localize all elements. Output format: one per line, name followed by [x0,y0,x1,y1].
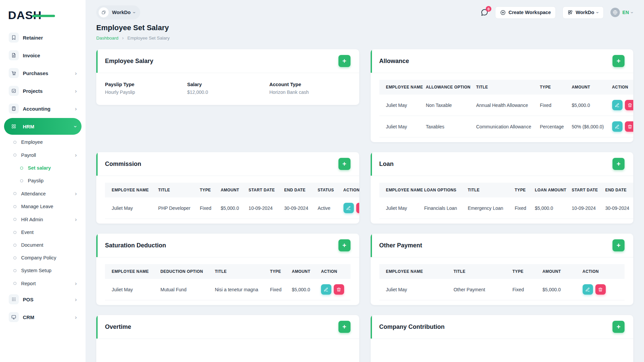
sidebar-item-report[interactable]: Report › [4,277,82,290]
chevron-right-icon: › [75,88,77,94]
sidebar-item-system-setup[interactable]: System Setup [4,264,82,277]
salary-fields: Payslip Type Hourly Payslip Salary $12,0… [96,73,359,105]
edit-button[interactable] [612,100,623,110]
bullet-icon [13,231,16,234]
delete-button[interactable] [356,203,359,213]
cell-end-date: 30-09-2024 [601,197,634,219]
commission-table: Employee Name Title Type Amount Start Da… [105,183,359,219]
page-title: Employee Set Salary [96,23,633,32]
edit-button[interactable] [321,284,331,295]
sidebar-item-label: Document [21,242,43,248]
column-header: End Date [279,183,313,197]
edit-button[interactable] [583,284,593,295]
table-header-row: Employee Name Deduction Option Title Typ… [105,264,351,279]
add-saturation-deduction-button[interactable]: + [338,239,351,251]
commission-card: Commission + Employee Name Title Type Am… [96,152,359,224]
card-title: Other Payment [379,242,422,249]
bullet-icon [13,192,16,195]
add-commission-button[interactable]: + [338,158,351,170]
sidebar-item-payroll[interactable]: Payroll › [4,148,82,162]
create-workspace-button[interactable]: Create Workspace [495,6,556,19]
table-row: Juliet May PHP Developer Fixed $5,000.0 … [105,197,359,219]
sidebar-item-event[interactable]: Event [4,226,82,239]
sidebar-item-label: Report [21,281,36,286]
column-header: Title [154,183,195,197]
column-header: Action [339,183,359,197]
workspace-selector[interactable]: WorkDo › [96,5,140,19]
card-header: Overtime + [96,315,359,339]
column-header: Employee Name [105,183,154,197]
sidebar-item-pos[interactable]: POS › [4,291,82,308]
chevron-down-icon: › [132,12,138,13]
add-loan-button[interactable]: + [612,158,625,170]
cell-type: Fixed [510,197,530,219]
delete-button[interactable] [625,121,634,132]
sidebar-item-company-policy[interactable]: Company Policy [4,251,82,264]
field-label: Account Type [269,82,351,87]
sidebar-item-crm[interactable]: CRM › [4,309,82,325]
column-header: Employee Name [379,80,421,95]
cell-start-date: 10-09-2024 [567,197,601,219]
sidebar-item-projects[interactable]: Projects › [4,82,82,99]
cell-type: Fixed [508,279,538,300]
sidebar-item-manage-leave[interactable]: Manage Leave [4,200,82,213]
cell-amount: $5,000.0 [530,197,567,219]
cell-amount: $5,000.0 [567,95,607,116]
sidebar-item-label: Purchases [23,70,48,76]
pencil-icon [585,287,590,292]
add-overtime-button[interactable]: + [338,321,351,333]
column-header: Title [472,80,535,95]
sidebar-item-label: Projects [23,88,43,94]
delete-button[interactable] [625,100,634,110]
breadcrumb-current: Employee Set Salary [127,36,170,41]
sidebar-item-attendance[interactable]: Attendance › [4,187,82,200]
loan-table: Employee Name Loan Options Title Type Lo… [379,183,634,219]
grid-dots-icon [9,294,19,304]
sidebar-item-document[interactable]: Document [4,239,82,251]
card-title: Saturation Deduction [105,242,166,249]
cell-option: Non Taxable [421,95,472,116]
cell-option: Financials Loan [420,197,463,219]
sidebar-item-label: Event [21,230,34,235]
add-employee-salary-button[interactable]: + [338,55,351,67]
sidebar-item-set-salary[interactable]: Set salary [4,162,82,174]
sidebar-item-label: Retainer [23,35,43,41]
sidebar-item-employee[interactable]: Employee [4,136,82,148]
breadcrumb-dashboard-link[interactable]: Dashboard [96,36,118,41]
bullet-icon [20,167,23,170]
language-selector[interactable]: EN › [610,8,633,17]
add-allowance-button[interactable]: + [612,55,625,67]
edit-button[interactable] [343,203,354,213]
sidebar-item-purchases[interactable]: Purchases › [4,65,82,81]
sidebar-item-accounting[interactable]: Accounting › [4,100,82,117]
sidebar-item-label: Payroll [21,153,36,158]
cell-option: Mutual Fund [156,279,210,300]
app-logo: DASH [0,0,86,28]
sidebar-item-hr-admin[interactable]: HR Admin › [4,213,82,226]
saturation-deduction-card: Saturation Deduction + Employee Name Ded… [96,234,359,305]
table-row: Juliet May Taxables Communication Allowa… [379,116,634,137]
sidebar-item-invoice[interactable]: Invoice [4,47,82,64]
sidebar-item-retainer[interactable]: Retainer [4,29,82,46]
table-row: Juliet May Financials Loan Emergency Loa… [379,197,634,219]
messages-button[interactable]: 0 [480,8,488,16]
cell-amount: $5,000.0 [538,279,578,300]
delete-button[interactable] [595,284,606,295]
allowance-table-wrap: Employee Name Allowance Option Title Typ… [371,73,634,142]
field-payslip-type: Payslip Type Hourly Payslip [105,82,187,95]
edit-button[interactable] [612,121,623,132]
bullet-icon [13,269,16,272]
field-label: Payslip Type [105,82,187,87]
sidebar-item-payslip[interactable]: Payslip [4,174,82,187]
table-header-row: Employee Name Title Type Amount Action [379,264,625,279]
add-other-payment-button[interactable]: + [612,239,625,251]
card-title: Company Contribution [379,323,445,330]
sidebar-nav: Retainer Invoice Purchases › Projects › [0,29,86,333]
delete-button[interactable] [334,284,344,295]
sidebar-item-hrm[interactable]: HRM › [4,118,82,135]
cell-employee: Juliet May [105,197,154,219]
add-company-contribution-button[interactable]: + [612,321,625,333]
company-contribution-card: Company Contribution + [371,315,634,362]
workdo-menu-button[interactable]: WorkDo › [562,6,603,19]
bullet-icon [20,179,23,182]
